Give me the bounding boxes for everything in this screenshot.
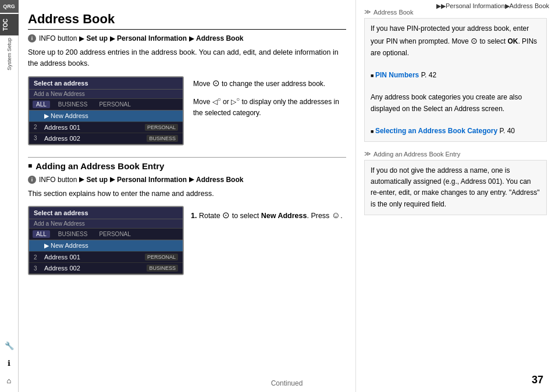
screen-row2-num-2: 2 xyxy=(34,254,42,261)
section1-side-text: Move ⊙ to change the user address book. … xyxy=(193,76,346,119)
nav-arrow-1: ▶ xyxy=(79,35,84,42)
sidebar-tab-toc[interactable]: TOC xyxy=(0,14,19,35)
screen-row2-num-3: 3 xyxy=(34,265,42,272)
right-column: Address Book If you have PIN-protected y… xyxy=(356,0,555,392)
sidebar-tab-qrg[interactable]: QRG xyxy=(0,0,19,13)
screen-row-text-2: Address 001 xyxy=(44,124,145,131)
screen-tab-personal-1[interactable]: PERSONAL xyxy=(95,101,134,108)
screen-row2-text-1: New Address xyxy=(44,242,178,250)
screen-tab-business-2[interactable]: BUSINESS xyxy=(55,230,91,238)
section2-content: Select an address Add a New Address ALL … xyxy=(28,206,346,280)
page-title: Address Book xyxy=(28,12,346,30)
nav-personal-info: Personal Information xyxy=(117,34,187,42)
screen-row-1-3[interactable]: 3 Address 002 BUSINESS xyxy=(29,133,183,144)
nav2-info-button: INFO button xyxy=(39,176,77,184)
note2-link-icon xyxy=(371,127,375,135)
nav2-address-book: Address Book xyxy=(196,176,243,184)
note-box-1: Address Book If you have PIN-protected y… xyxy=(364,8,547,142)
bottom-bar: Continued xyxy=(19,375,555,392)
screen-row2-text-3: Address 002 xyxy=(44,265,147,272)
screen-row-2-1[interactable]: New Address xyxy=(29,240,183,252)
note-label-3: Adding an Address Book Entry xyxy=(364,150,547,158)
screen-mockup-1: Select an address Add a New Address ALL … xyxy=(28,76,184,145)
nav2-setup: Set up xyxy=(86,176,108,184)
section2-description: This section explains how to enter the n… xyxy=(28,188,346,199)
screen-row2-tag-2: PERSONAL xyxy=(145,254,178,261)
continued-text: Continued xyxy=(271,379,303,387)
note1-text2: to select xyxy=(478,37,507,45)
nav-info-button: INFO button xyxy=(39,34,77,42)
note-content-1: If you have PIN-protected your address b… xyxy=(364,18,547,142)
note1-text4: Any address book categories you create a… xyxy=(371,93,522,112)
screen-mockup-2: Select an address Add a New Address ALL … xyxy=(28,206,184,275)
left-column: Address Book i INFO button ▶ Set up ▶ Pe… xyxy=(19,0,356,392)
nav-arrow-2: ▶ xyxy=(110,35,115,42)
screen-tabs-2: ALL BUSINESS PERSONAL xyxy=(29,229,183,240)
screen-row-1-2[interactable]: 2 Address 001 PERSONAL xyxy=(29,122,183,133)
note2-link-page: P. 40 xyxy=(500,127,515,135)
screen-row-2-2[interactable]: 2 Address 001 PERSONAL xyxy=(29,252,183,263)
screen-tabs-1: ALL BUSINESS PERSONAL xyxy=(29,99,183,111)
screen-header-1: Select an address xyxy=(29,77,183,90)
press-symbol: ☺ xyxy=(332,210,340,220)
info-icon[interactable]: ℹ xyxy=(2,356,16,370)
nav-breadcrumb-1: i INFO button ▶ Set up ▶ Personal Inform… xyxy=(28,34,346,42)
info-button-icon: i xyxy=(28,34,36,42)
screen-row-tag-2: PERSONAL xyxy=(145,124,178,131)
screen-row-2-3[interactable]: 3 Address 002 BUSINESS xyxy=(29,263,183,274)
section1-description: Store up to 200 address entries in the a… xyxy=(28,47,346,69)
home-icon[interactable]: ⌂ xyxy=(2,373,16,387)
new-address-bold: New Address xyxy=(261,212,307,220)
left-arrow-symbol: ◁ xyxy=(212,98,218,106)
screen-subheader-1: Add a New Address xyxy=(29,90,183,99)
main-content: Address Book i INFO button ▶ Set up ▶ Pe… xyxy=(19,0,555,392)
screen-tab-all-2[interactable]: ALL xyxy=(33,230,50,238)
note-label-1: Address Book xyxy=(364,8,547,16)
note1-ok: OK xyxy=(507,37,518,45)
nav-address-book: Address Book xyxy=(196,34,243,42)
nav2-arrow-3: ▶ xyxy=(189,176,194,183)
rotate-symbol-2: ⊙ xyxy=(222,210,230,220)
nav-breadcrumb-2: i INFO button ▶ Set up ▶ Personal Inform… xyxy=(28,176,346,184)
screen-subheader-2: Add a New Address xyxy=(29,219,183,229)
screen-row2-tag-3: BUSINESS xyxy=(147,265,178,272)
rotate-symbol-1: ⊙ xyxy=(212,78,220,88)
screen-row2-text-2: Address 001 xyxy=(44,254,145,261)
screen-row-tag-3: BUSINESS xyxy=(147,135,178,142)
note-content-3: If you do not give the address a name, o… xyxy=(364,160,547,215)
note-box-3: Adding an Address Book Entry If you do n… xyxy=(364,150,547,215)
nav2-arrow-1: ▶ xyxy=(79,176,84,183)
sidebar: QRG TOC System Setup 🔧 ℹ ⌂ xyxy=(0,0,19,392)
note2-link[interactable]: Selecting an Address Book Category xyxy=(375,127,497,135)
screen-row-text-3: Address 002 xyxy=(44,135,147,142)
step-number-1: 1. xyxy=(191,212,197,220)
note1-link[interactable]: PIN Numbers xyxy=(375,71,419,79)
system-setup-label: System Setup xyxy=(6,38,12,70)
screen-tab-business-1[interactable]: BUSINESS xyxy=(55,101,91,108)
screen-tab-all-1[interactable]: ALL xyxy=(33,101,50,108)
screen-tab-personal-2[interactable]: PERSONAL xyxy=(95,230,134,238)
screen-row-num-3: 3 xyxy=(34,135,42,141)
section2-title: Adding an Address Book Entry xyxy=(28,161,346,171)
right-arrow-symbol: ▷ xyxy=(231,98,236,106)
nav-arrow-3: ▶ xyxy=(189,35,194,42)
step1-text: 1. Rotate ⊙ to select New Address. Press… xyxy=(191,206,346,280)
note1-link-page: P. 42 xyxy=(421,71,436,79)
screen-row-text-1: New Address xyxy=(44,112,178,120)
sidebar-icons: 🔧 ℹ ⌂ xyxy=(2,338,16,392)
nav2-arrow-2: ▶ xyxy=(110,176,115,183)
section2-divider: Adding an Address Book Entry xyxy=(28,157,346,171)
page-number: 37 xyxy=(532,374,543,386)
note1-link-icon xyxy=(371,71,375,79)
screen-row-1-1[interactable]: New Address xyxy=(29,111,183,122)
note1-rotate: ⊙ xyxy=(471,36,478,45)
section1-content: Select an address Add a New Address ALL … xyxy=(28,76,346,150)
screen-row-num-2: 2 xyxy=(34,124,42,130)
info-button-icon-2: i xyxy=(28,176,36,184)
wrench-icon[interactable]: 🔧 xyxy=(2,338,16,352)
screen-header-2: Select an address xyxy=(29,207,183,219)
nav-setup: Set up xyxy=(86,34,108,42)
nav2-personal-info: Personal Information xyxy=(117,176,187,184)
